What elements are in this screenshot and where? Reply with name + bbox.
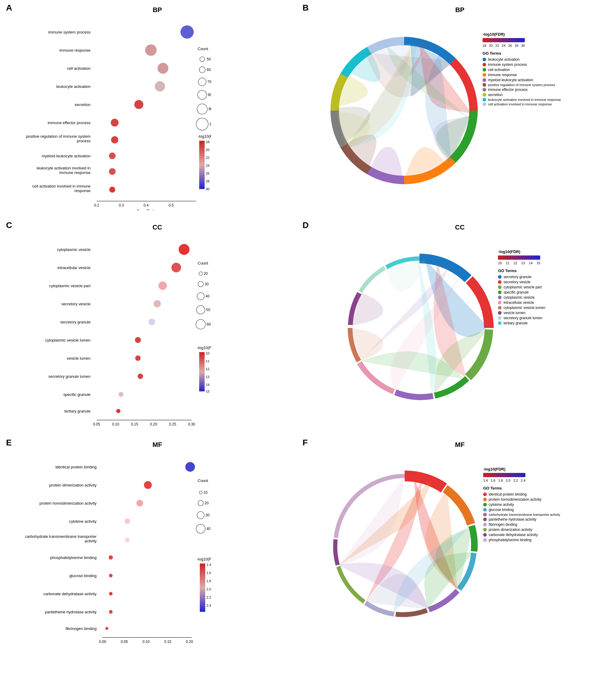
legend-item-F-1: protein homodimerization activity [483,498,560,502]
svg-text:11: 11 [206,359,209,363]
svg-text:0.30: 0.30 [188,422,195,427]
svg-text:0.00: 0.00 [99,639,106,644]
dot-E-6 [109,574,113,578]
panel-B: B BP [296,0,593,217]
dot-A-6 [111,136,118,143]
svg-text:0.05: 0.05 [93,422,100,427]
xaxis-label-E: GeneRatio [137,645,158,645]
cyterm-2: cytoplasmic vesicle part [49,284,91,288]
chart-title-D: CC [333,223,587,231]
svg-text:20: 20 [204,271,208,276]
xaxis-tick-1: 0.3 [119,203,124,208]
legend-item-D-7: vesicle lumen [498,311,545,315]
svg-text:0.15: 0.15 [164,639,171,644]
legend-item-B-7: secretion [482,93,561,97]
svg-point-37 [197,512,204,519]
svg-text:14: 14 [206,383,209,386]
dot-C-8 [119,392,123,397]
svg-text:20: 20 [205,501,209,505]
svg-rect-41 [200,563,205,612]
count-legend-100 [196,118,208,130]
go-terms-title-B: GO Terms [482,51,561,56]
svg-text:60: 60 [207,322,211,326]
dot-E-4 [125,538,130,542]
svg-text:1.8: 1.8 [206,579,211,583]
legend-F: -log10(FDR) 1.41.61.82.02.22.4 [483,467,560,543]
dot-E-5 [109,555,113,560]
yterm-6b: process [77,139,90,143]
dot-C-2 [158,282,167,290]
svg-text:0.15: 0.15 [131,422,138,427]
svg-text:13: 13 [206,375,209,379]
svg-text:2.4: 2.4 [206,604,211,607]
dot-E-7 [109,592,113,595]
count-legend-50 [200,57,205,62]
count-legend-80 [198,90,207,99]
legend-item-D-0: secretory granule [498,275,545,279]
svg-point-11 [198,282,203,287]
dot-E-9 [105,627,108,630]
svg-point-9 [199,272,202,275]
dot-C-6 [135,356,141,361]
legend-item-D-2: cytoplasmic vesicle part [498,285,545,289]
svg-rect-26 [498,256,540,260]
fdr-val-22: 22 [206,156,209,159]
svg-point-15 [196,306,205,314]
dot-A-1 [145,44,157,56]
xaxis-tick-3: 0.5 [169,203,174,208]
dot-A-9 [109,187,115,193]
legend-item-B-3: immune response [482,73,561,77]
colorbar-A [199,141,205,189]
svg-text:0.10: 0.10 [143,639,150,644]
dot-E-3 [125,518,130,524]
svg-text:12: 12 [206,367,209,371]
svg-text:30: 30 [205,282,209,286]
legend-item-B-1: immune system process [482,63,561,67]
legend-D: -log10(FDR) 101112131415 [498,250,545,326]
count-90: 90 [208,107,211,111]
cyterm-3: secretory vesicle [61,302,90,306]
svg-text:10: 10 [203,490,208,495]
legend-item-B-6: immune effector process [482,87,561,92]
mfterm-6: glucose binding [69,574,96,578]
yterm-6: positive regulation of immune system [26,134,90,139]
svg-text:40: 40 [206,527,211,531]
legend-item-F-7: protein dimerization activity [483,527,560,532]
yterm-9a: cell activation involved in immune [32,184,90,188]
svg-text:0.10: 0.10 [112,422,119,427]
svg-point-35 [198,501,203,506]
mfterm-8: pantetheine hydrolase activity [45,610,97,614]
chart-title-A: BP [24,6,290,14]
legend-item-F-0: identical protein binding [483,492,560,496]
yterm-2: cell activation [67,66,90,71]
svg-text:1.4: 1.4 [206,563,211,566]
svg-rect-19 [199,352,205,391]
dot-A-3 [155,81,165,91]
dot-C-9 [116,409,120,413]
yterm-7: myeloid leukocyte activation [42,154,90,158]
cyterm-8: specific granule [64,392,90,397]
dot-A-0 [181,25,194,39]
fdr-val-26: 26 [206,172,209,175]
panel-F: F MF [296,435,593,652]
legend-item-D-5: intracellular vesicle [498,300,545,305]
yterm-3: leukocyte activation [56,84,90,89]
svg-text:10: 10 [206,352,209,355]
cyterm-4: secretory granule [61,320,90,324]
svg-point-13 [197,293,204,300]
chart-title-E: MF [24,441,290,449]
mfterm-0: identical protein binding [55,465,96,469]
yterm-5: immune effector process [48,120,91,125]
mfterm-5: phosphatidylserine binding [50,555,96,560]
dot-A-7 [109,152,116,159]
xaxis-label-C: GeneRatio [134,427,154,428]
panel-label-F: F [303,438,308,447]
count-100: 100 [209,122,211,126]
cyterm-0: cytoplasmic vesicle [57,247,90,252]
svg-text:1.6: 1.6 [206,571,211,575]
count-60: 60 [207,68,211,72]
legend-item-F-5: pantetheine hydrolase activity [483,517,560,521]
chart-title-C: CC [24,223,290,231]
legend-item-D-4: cytoplasmic vesicle [498,295,545,300]
dotplot-C: cytoplasmic vesicle intracellular vesicl… [24,234,211,428]
